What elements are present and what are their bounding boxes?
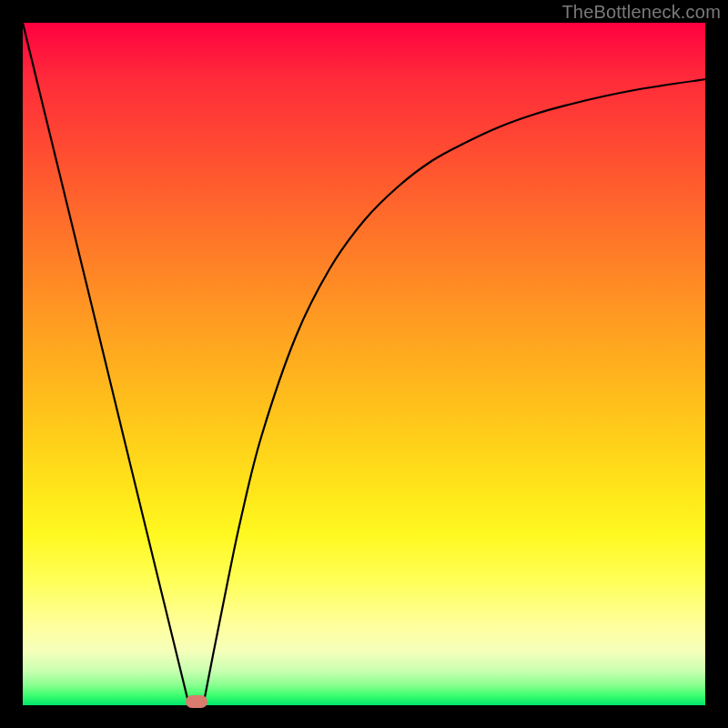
right-branch-line — [204, 79, 705, 703]
left-branch-line — [23, 23, 188, 703]
min-marker — [186, 695, 207, 708]
chart-frame: TheBottleneck.com — [0, 0, 728, 728]
curve-layer — [23, 23, 705, 705]
plot-area — [23, 23, 705, 705]
watermark-text: TheBottleneck.com — [561, 2, 721, 23]
